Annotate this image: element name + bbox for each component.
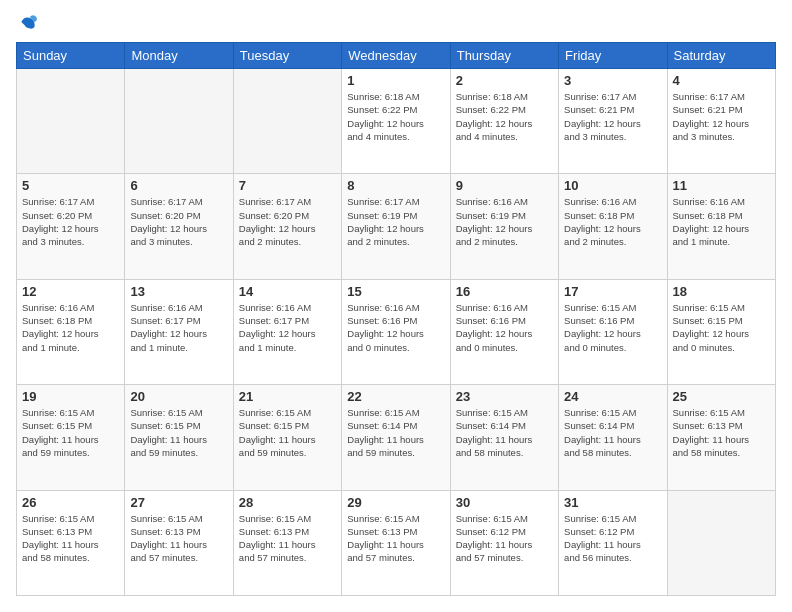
- calendar-cell: 3Sunrise: 6:17 AM Sunset: 6:21 PM Daylig…: [559, 69, 667, 174]
- page: SundayMondayTuesdayWednesdayThursdayFrid…: [0, 0, 792, 612]
- calendar-cell: 13Sunrise: 6:16 AM Sunset: 6:17 PM Dayli…: [125, 279, 233, 384]
- calendar-cell: 30Sunrise: 6:15 AM Sunset: 6:12 PM Dayli…: [450, 490, 558, 595]
- day-info: Sunrise: 6:16 AM Sunset: 6:16 PM Dayligh…: [347, 301, 444, 354]
- calendar-cell: 12Sunrise: 6:16 AM Sunset: 6:18 PM Dayli…: [17, 279, 125, 384]
- calendar-cell: 8Sunrise: 6:17 AM Sunset: 6:19 PM Daylig…: [342, 174, 450, 279]
- day-number: 9: [456, 178, 553, 193]
- day-number: 17: [564, 284, 661, 299]
- calendar-cell: 18Sunrise: 6:15 AM Sunset: 6:15 PM Dayli…: [667, 279, 775, 384]
- calendar-cell: 16Sunrise: 6:16 AM Sunset: 6:16 PM Dayli…: [450, 279, 558, 384]
- day-number: 23: [456, 389, 553, 404]
- calendar-week-row: 19Sunrise: 6:15 AM Sunset: 6:15 PM Dayli…: [17, 385, 776, 490]
- calendar-cell: 11Sunrise: 6:16 AM Sunset: 6:18 PM Dayli…: [667, 174, 775, 279]
- calendar-cell: 19Sunrise: 6:15 AM Sunset: 6:15 PM Dayli…: [17, 385, 125, 490]
- weekday-header: Saturday: [667, 43, 775, 69]
- day-info: Sunrise: 6:15 AM Sunset: 6:13 PM Dayligh…: [347, 512, 444, 565]
- weekday-header: Tuesday: [233, 43, 341, 69]
- day-number: 11: [673, 178, 770, 193]
- day-number: 22: [347, 389, 444, 404]
- calendar-cell: 14Sunrise: 6:16 AM Sunset: 6:17 PM Dayli…: [233, 279, 341, 384]
- day-info: Sunrise: 6:16 AM Sunset: 6:17 PM Dayligh…: [239, 301, 336, 354]
- day-number: 3: [564, 73, 661, 88]
- calendar-cell: 23Sunrise: 6:15 AM Sunset: 6:14 PM Dayli…: [450, 385, 558, 490]
- day-number: 1: [347, 73, 444, 88]
- day-number: 24: [564, 389, 661, 404]
- weekday-header: Sunday: [17, 43, 125, 69]
- logo-icon: [18, 12, 38, 32]
- day-info: Sunrise: 6:15 AM Sunset: 6:14 PM Dayligh…: [564, 406, 661, 459]
- calendar-cell: [233, 69, 341, 174]
- day-number: 4: [673, 73, 770, 88]
- day-info: Sunrise: 6:16 AM Sunset: 6:18 PM Dayligh…: [673, 195, 770, 248]
- calendar-cell: 4Sunrise: 6:17 AM Sunset: 6:21 PM Daylig…: [667, 69, 775, 174]
- calendar-week-row: 1Sunrise: 6:18 AM Sunset: 6:22 PM Daylig…: [17, 69, 776, 174]
- day-number: 8: [347, 178, 444, 193]
- day-number: 31: [564, 495, 661, 510]
- day-info: Sunrise: 6:18 AM Sunset: 6:22 PM Dayligh…: [456, 90, 553, 143]
- day-number: 25: [673, 389, 770, 404]
- calendar-header-row: SundayMondayTuesdayWednesdayThursdayFrid…: [17, 43, 776, 69]
- day-number: 10: [564, 178, 661, 193]
- calendar-week-row: 5Sunrise: 6:17 AM Sunset: 6:20 PM Daylig…: [17, 174, 776, 279]
- day-number: 21: [239, 389, 336, 404]
- day-info: Sunrise: 6:15 AM Sunset: 6:16 PM Dayligh…: [564, 301, 661, 354]
- calendar-cell: [125, 69, 233, 174]
- calendar-cell: 17Sunrise: 6:15 AM Sunset: 6:16 PM Dayli…: [559, 279, 667, 384]
- day-info: Sunrise: 6:15 AM Sunset: 6:12 PM Dayligh…: [456, 512, 553, 565]
- day-number: 27: [130, 495, 227, 510]
- day-info: Sunrise: 6:15 AM Sunset: 6:15 PM Dayligh…: [22, 406, 119, 459]
- day-info: Sunrise: 6:15 AM Sunset: 6:15 PM Dayligh…: [239, 406, 336, 459]
- day-info: Sunrise: 6:15 AM Sunset: 6:13 PM Dayligh…: [130, 512, 227, 565]
- day-number: 26: [22, 495, 119, 510]
- calendar-cell: 6Sunrise: 6:17 AM Sunset: 6:20 PM Daylig…: [125, 174, 233, 279]
- day-number: 2: [456, 73, 553, 88]
- calendar-cell: 28Sunrise: 6:15 AM Sunset: 6:13 PM Dayli…: [233, 490, 341, 595]
- weekday-header: Thursday: [450, 43, 558, 69]
- calendar-cell: [667, 490, 775, 595]
- calendar-cell: 10Sunrise: 6:16 AM Sunset: 6:18 PM Dayli…: [559, 174, 667, 279]
- day-number: 20: [130, 389, 227, 404]
- logo: [16, 16, 38, 32]
- calendar-week-row: 12Sunrise: 6:16 AM Sunset: 6:18 PM Dayli…: [17, 279, 776, 384]
- calendar-cell: 25Sunrise: 6:15 AM Sunset: 6:13 PM Dayli…: [667, 385, 775, 490]
- day-number: 13: [130, 284, 227, 299]
- day-info: Sunrise: 6:17 AM Sunset: 6:20 PM Dayligh…: [239, 195, 336, 248]
- calendar-cell: 7Sunrise: 6:17 AM Sunset: 6:20 PM Daylig…: [233, 174, 341, 279]
- header: [16, 16, 776, 32]
- day-number: 29: [347, 495, 444, 510]
- calendar-week-row: 26Sunrise: 6:15 AM Sunset: 6:13 PM Dayli…: [17, 490, 776, 595]
- calendar-cell: 20Sunrise: 6:15 AM Sunset: 6:15 PM Dayli…: [125, 385, 233, 490]
- day-info: Sunrise: 6:16 AM Sunset: 6:18 PM Dayligh…: [564, 195, 661, 248]
- day-info: Sunrise: 6:15 AM Sunset: 6:14 PM Dayligh…: [456, 406, 553, 459]
- day-number: 16: [456, 284, 553, 299]
- day-info: Sunrise: 6:16 AM Sunset: 6:17 PM Dayligh…: [130, 301, 227, 354]
- day-info: Sunrise: 6:15 AM Sunset: 6:15 PM Dayligh…: [673, 301, 770, 354]
- weekday-header: Friday: [559, 43, 667, 69]
- day-info: Sunrise: 6:15 AM Sunset: 6:13 PM Dayligh…: [239, 512, 336, 565]
- day-info: Sunrise: 6:15 AM Sunset: 6:12 PM Dayligh…: [564, 512, 661, 565]
- calendar-cell: 31Sunrise: 6:15 AM Sunset: 6:12 PM Dayli…: [559, 490, 667, 595]
- calendar-cell: 9Sunrise: 6:16 AM Sunset: 6:19 PM Daylig…: [450, 174, 558, 279]
- day-info: Sunrise: 6:17 AM Sunset: 6:20 PM Dayligh…: [22, 195, 119, 248]
- calendar-cell: 22Sunrise: 6:15 AM Sunset: 6:14 PM Dayli…: [342, 385, 450, 490]
- calendar-cell: 21Sunrise: 6:15 AM Sunset: 6:15 PM Dayli…: [233, 385, 341, 490]
- day-info: Sunrise: 6:15 AM Sunset: 6:13 PM Dayligh…: [22, 512, 119, 565]
- calendar-cell: 24Sunrise: 6:15 AM Sunset: 6:14 PM Dayli…: [559, 385, 667, 490]
- calendar-cell: 15Sunrise: 6:16 AM Sunset: 6:16 PM Dayli…: [342, 279, 450, 384]
- day-info: Sunrise: 6:17 AM Sunset: 6:20 PM Dayligh…: [130, 195, 227, 248]
- day-number: 5: [22, 178, 119, 193]
- calendar-table: SundayMondayTuesdayWednesdayThursdayFrid…: [16, 42, 776, 596]
- weekday-header: Wednesday: [342, 43, 450, 69]
- day-number: 15: [347, 284, 444, 299]
- calendar-cell: 27Sunrise: 6:15 AM Sunset: 6:13 PM Dayli…: [125, 490, 233, 595]
- day-info: Sunrise: 6:18 AM Sunset: 6:22 PM Dayligh…: [347, 90, 444, 143]
- day-info: Sunrise: 6:15 AM Sunset: 6:13 PM Dayligh…: [673, 406, 770, 459]
- day-number: 7: [239, 178, 336, 193]
- day-info: Sunrise: 6:17 AM Sunset: 6:21 PM Dayligh…: [564, 90, 661, 143]
- calendar-cell: 29Sunrise: 6:15 AM Sunset: 6:13 PM Dayli…: [342, 490, 450, 595]
- day-number: 6: [130, 178, 227, 193]
- day-info: Sunrise: 6:17 AM Sunset: 6:21 PM Dayligh…: [673, 90, 770, 143]
- calendar-cell: 26Sunrise: 6:15 AM Sunset: 6:13 PM Dayli…: [17, 490, 125, 595]
- day-info: Sunrise: 6:15 AM Sunset: 6:14 PM Dayligh…: [347, 406, 444, 459]
- day-info: Sunrise: 6:17 AM Sunset: 6:19 PM Dayligh…: [347, 195, 444, 248]
